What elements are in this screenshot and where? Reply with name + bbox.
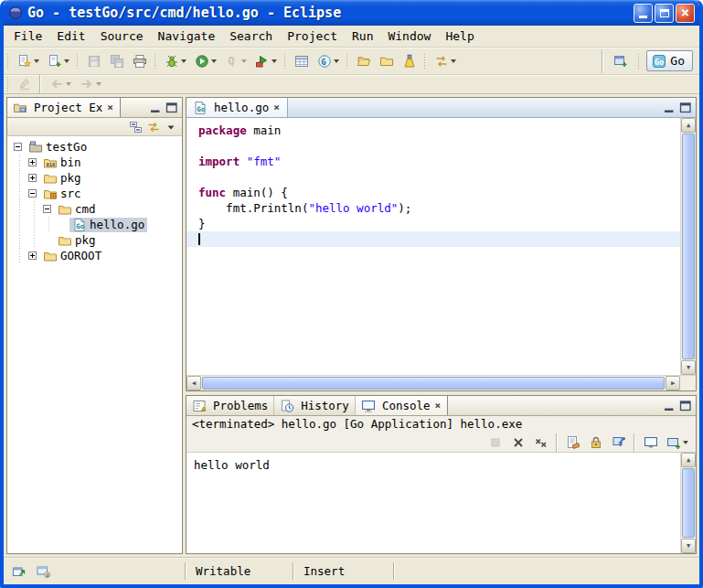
run-button[interactable]: [191, 50, 219, 72]
display-selected-console-button[interactable]: [640, 433, 661, 452]
console-vertical-scrollbar[interactable]: ▲ ▼: [680, 453, 696, 553]
menu-project[interactable]: Project: [280, 27, 345, 46]
scrollbar-thumb[interactable]: [682, 468, 695, 538]
pin-console-button[interactable]: [608, 433, 629, 452]
scrollbar-track[interactable]: [681, 467, 696, 539]
tree-item-cmd[interactable]: cmd: [7, 201, 182, 217]
scroll-left-button[interactable]: ◀: [186, 376, 201, 390]
tree-item-pkg[interactable]: pkg: [7, 232, 182, 248]
editor-vertical-scrollbar[interactable]: ▲ ▼: [680, 118, 696, 375]
close-button[interactable]: ×: [676, 4, 695, 23]
terminate-button[interactable]: [485, 433, 506, 452]
save-all-button[interactable]: [106, 50, 127, 72]
menu-navigate[interactable]: Navigate: [151, 27, 223, 46]
toolbar-grip[interactable]: [6, 76, 9, 92]
tab-problems[interactable]: Problems: [186, 396, 274, 415]
new-go-element-button[interactable]: [291, 50, 312, 72]
open-console-button[interactable]: [663, 433, 691, 452]
scrollbar-thumb[interactable]: [202, 377, 665, 390]
menu-edit[interactable]: Edit: [49, 27, 92, 46]
menu-source[interactable]: Source: [93, 27, 151, 46]
new-wizard-button[interactable]: [14, 50, 42, 72]
status-badge-icon[interactable]: 0: [36, 564, 50, 579]
toolbar-grip[interactable]: [76, 53, 79, 69]
code-editor[interactable]: package mainimport "fmt"func main() { fm…: [186, 118, 680, 375]
link-with-editor-button[interactable]: [145, 120, 162, 134]
run-config-button[interactable]: Q: [221, 50, 250, 72]
new-element-button[interactable]: [44, 50, 72, 72]
tree-item-testgo[interactable]: testGo: [7, 139, 182, 155]
expand-handle-icon[interactable]: [27, 156, 38, 168]
collapse-handle-icon[interactable]: [12, 141, 24, 153]
open-resource-button[interactable]: [376, 50, 397, 72]
print-button[interactable]: [129, 50, 150, 72]
scrollbar-thumb[interactable]: [682, 134, 695, 359]
scrollbar-track[interactable]: [201, 376, 666, 390]
toolbar-grip[interactable]: [283, 53, 286, 69]
tree-item-bin[interactable]: 010bin: [7, 155, 182, 170]
menu-file[interactable]: File: [6, 27, 49, 46]
collapse-all-button[interactable]: [128, 120, 144, 134]
scroll-right-button[interactable]: ▶: [666, 376, 680, 390]
status-insert: Insert: [294, 560, 393, 583]
menu-run[interactable]: Run: [345, 27, 380, 46]
tree-item-src[interactable]: src: [7, 186, 182, 201]
maximize-editor-button[interactable]: [677, 101, 694, 115]
go-perspective-button[interactable]: Go Go: [646, 50, 693, 71]
tab-hello-go[interactable]: Go hello.go ×: [186, 98, 288, 117]
scroll-down-button[interactable]: ▼: [681, 539, 696, 553]
title-bar[interactable]: Go - testGo/src/cmd/hello.go - Eclipse ×: [4, 0, 699, 26]
search-button[interactable]: [399, 50, 420, 72]
minimize-view-button[interactable]: [147, 101, 164, 115]
open-perspective-button[interactable]: [610, 50, 631, 72]
remove-all-terminated-button[interactable]: [530, 433, 551, 452]
go-launch-button[interactable]: G: [314, 50, 342, 72]
collapse-handle-icon[interactable]: [41, 203, 53, 215]
console-output[interactable]: hello world: [186, 453, 680, 553]
close-project-explorer-button[interactable]: ×: [106, 102, 114, 113]
scroll-up-button[interactable]: ▲: [681, 453, 696, 467]
maximize-console-button[interactable]: [677, 399, 694, 413]
toolbar-grip[interactable]: [346, 53, 348, 69]
minimize-console-button[interactable]: [661, 399, 677, 413]
toolbar-grip[interactable]: [6, 53, 9, 69]
expand-handle-icon[interactable]: [27, 172, 38, 184]
tree-item-pkg[interactable]: pkg: [7, 170, 182, 186]
remove-launch-button[interactable]: [507, 433, 528, 452]
view-menu-button[interactable]: [163, 120, 179, 134]
scroll-down-button[interactable]: ▼: [681, 360, 696, 375]
save-button[interactable]: [83, 50, 104, 72]
minimize-button[interactable]: [634, 4, 653, 23]
clear-console-button[interactable]: [562, 433, 583, 452]
tab-history[interactable]: History: [274, 396, 356, 415]
external-tools-button[interactable]: [251, 50, 280, 72]
open-type-button[interactable]: [353, 50, 374, 72]
collapse-handle-icon[interactable]: [27, 187, 38, 199]
toolbar-grip[interactable]: [154, 53, 156, 69]
menu-window[interactable]: Window: [380, 27, 438, 46]
tab-console[interactable]: Console×: [356, 396, 448, 415]
back-button[interactable]: [46, 76, 74, 93]
scrollbar-track[interactable]: [681, 133, 696, 360]
expand-handle-icon[interactable]: [27, 250, 38, 262]
scroll-lock-button[interactable]: [585, 433, 606, 452]
team-sync-button[interactable]: [431, 50, 459, 72]
tree-item-hello-go[interactable]: Gohello.go: [7, 217, 182, 232]
maximize-button[interactable]: [655, 4, 674, 23]
maximize-view-button[interactable]: [164, 101, 180, 115]
tab-project-explorer[interactable]: Project Ex ×: [7, 98, 121, 117]
menu-search[interactable]: Search: [222, 27, 280, 46]
scroll-up-button[interactable]: ▲: [681, 118, 696, 133]
forward-button[interactable]: [76, 76, 104, 93]
tree-item-goroot[interactable]: GOROOT: [7, 248, 182, 263]
last-edit-location-button[interactable]: [14, 76, 35, 93]
debug-button[interactable]: [161, 50, 189, 72]
editor-horizontal-scrollbar[interactable]: ◀ ▶: [186, 376, 680, 390]
minimize-editor-button[interactable]: [661, 101, 677, 115]
menu-help[interactable]: Help: [438, 27, 481, 46]
fast-view-icon[interactable]: [12, 564, 27, 579]
toolbar-grip[interactable]: [423, 53, 426, 69]
toolbar-grip[interactable]: [637, 53, 640, 69]
close-editor-tab-button[interactable]: ×: [272, 102, 281, 113]
close-console-button[interactable]: ×: [434, 400, 442, 412]
